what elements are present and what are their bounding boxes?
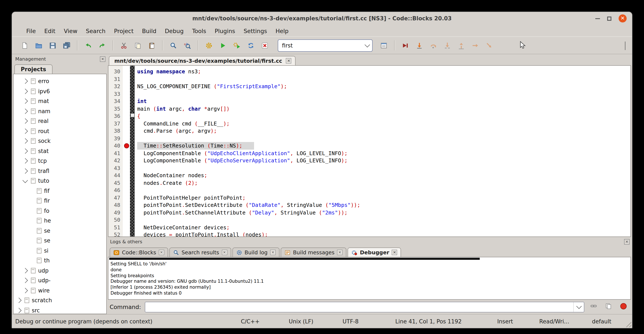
- tree-item-udp[interactable]: udp: [14, 265, 106, 275]
- fold-marker-icon[interactable]: [130, 113, 134, 117]
- marker-cell[interactable]: [123, 172, 130, 179]
- tree-item-fir[interactable]: fir: [14, 196, 106, 206]
- marker-column[interactable]: [123, 66, 130, 236]
- tree-item-trafl[interactable]: trafl: [14, 166, 106, 176]
- code-column[interactable]: using namespace ns3;NS_LOG_COMPONENT_DEF…: [135, 66, 630, 236]
- marker-cell[interactable]: [123, 90, 130, 98]
- menu-item-tools[interactable]: Tools: [188, 26, 210, 35]
- marker-cell[interactable]: [123, 75, 130, 83]
- marker-cell[interactable]: [123, 83, 130, 90]
- marker-cell[interactable]: [123, 201, 130, 209]
- build-and-run-button[interactable]: [231, 39, 243, 52]
- toolbar-overflow-button[interactable]: [625, 41, 625, 49]
- chevron-right-icon[interactable]: [22, 99, 28, 104]
- copy-button[interactable]: [132, 39, 144, 52]
- tab-projects[interactable]: Projects: [14, 65, 52, 74]
- tree-item-se[interactable]: se: [14, 236, 106, 246]
- chevron-right-icon[interactable]: [22, 158, 28, 164]
- close-icon[interactable]: ×: [222, 250, 227, 255]
- menu-item-help[interactable]: Help: [271, 26, 293, 35]
- tree-item-fif[interactable]: fif: [14, 186, 106, 196]
- tree-item-se[interactable]: se: [14, 226, 106, 236]
- menu-item-file[interactable]: File: [22, 26, 40, 35]
- marker-cell[interactable]: [123, 157, 130, 164]
- menu-item-search[interactable]: Search: [82, 26, 110, 35]
- step-into-button[interactable]: [441, 39, 454, 52]
- tree-item-scratch[interactable]: scratch: [14, 295, 106, 305]
- paste-button[interactable]: [146, 39, 158, 52]
- marker-cell[interactable]: [123, 112, 130, 120]
- close-icon[interactable]: ×: [624, 239, 630, 244]
- next-line-button[interactable]: [427, 39, 440, 52]
- command-dropdown[interactable]: [573, 302, 584, 312]
- chevron-right-icon[interactable]: [22, 89, 28, 94]
- tree-item-src[interactable]: src: [14, 305, 106, 314]
- project-tree[interactable]: erroipv6matnamrealroutsockstattcptrafltu…: [13, 74, 107, 314]
- menu-item-edit[interactable]: Edit: [40, 26, 60, 35]
- chevron-right-icon[interactable]: [16, 298, 22, 303]
- resize-grip[interactable]: [624, 320, 631, 327]
- step-out-button[interactable]: [455, 39, 468, 52]
- marker-cell[interactable]: [123, 105, 130, 112]
- close-icon[interactable]: ×: [100, 56, 106, 62]
- save-all-button[interactable]: [60, 39, 73, 52]
- redo-button[interactable]: [96, 39, 108, 52]
- tree-item-rout[interactable]: rout: [14, 126, 106, 136]
- close-icon[interactable]: ×: [337, 250, 342, 255]
- compile-current-file-button[interactable]: [378, 39, 390, 52]
- stop-button[interactable]: [618, 301, 629, 312]
- menu-item-build[interactable]: Build: [138, 26, 161, 35]
- command-input[interactable]: [145, 303, 573, 310]
- chevron-right-icon[interactable]: [22, 119, 28, 124]
- title-bar[interactable]: mnt/dev/tools/source/ns-3-dev/examples/t…: [12, 12, 632, 25]
- menu-item-settings[interactable]: Settings: [240, 26, 272, 35]
- find-button[interactable]: [167, 39, 180, 52]
- breakpoint-icon[interactable]: [124, 143, 129, 148]
- build-target-dropdown[interactable]: [362, 40, 372, 51]
- chevron-down-icon[interactable]: [22, 178, 28, 183]
- tree-item-nam[interactable]: nam: [14, 106, 106, 116]
- marker-cell[interactable]: [123, 142, 130, 149]
- minimize-button[interactable]: [595, 18, 600, 19]
- chevron-right-icon[interactable]: [22, 288, 28, 293]
- marker-cell[interactable]: [123, 216, 130, 224]
- logs-tab-build-messages[interactable]: Build messages×: [281, 247, 346, 257]
- chevron-right-icon[interactable]: [16, 308, 22, 313]
- tree-item-ipv6[interactable]: ipv6: [14, 86, 106, 96]
- marker-cell[interactable]: [123, 194, 130, 201]
- step-into-instruction-button[interactable]: [483, 39, 496, 52]
- marker-cell[interactable]: [123, 120, 130, 127]
- chevron-right-icon[interactable]: [22, 168, 28, 174]
- tree-item-real[interactable]: real: [14, 116, 106, 126]
- logs-tab-code-blocks[interactable]: Code::Blocks×: [110, 247, 168, 257]
- tree-item-tcp[interactable]: tcp: [14, 156, 106, 166]
- link-button[interactable]: [588, 301, 599, 312]
- build-button[interactable]: [203, 39, 215, 52]
- menu-item-view[interactable]: View: [60, 26, 82, 35]
- build-target-select[interactable]: first: [278, 39, 372, 52]
- open-file-button[interactable]: [32, 39, 45, 52]
- tree-item-wire[interactable]: wire: [14, 285, 106, 295]
- marker-cell[interactable]: [123, 186, 130, 194]
- marker-cell[interactable]: [123, 231, 130, 237]
- maximize-button[interactable]: [607, 16, 612, 21]
- replace-button[interactable]: ab: [181, 39, 194, 52]
- next-instruction-button[interactable]: [469, 39, 482, 52]
- chevron-right-icon[interactable]: [22, 138, 28, 144]
- menu-item-plugins[interactable]: Plugins: [210, 26, 240, 35]
- close-icon[interactable]: ×: [286, 58, 292, 64]
- tree-item-si[interactable]: si: [14, 246, 106, 256]
- abort-button[interactable]: [259, 39, 271, 52]
- tree-item-sock[interactable]: sock: [14, 136, 106, 146]
- tree-item-tuto[interactable]: tuto: [14, 176, 106, 186]
- debug-continue-button[interactable]: [399, 39, 412, 52]
- close-button[interactable]: ✕: [618, 15, 627, 23]
- tree-item-th[interactable]: th: [14, 256, 106, 265]
- log-scrollbar[interactable]: [109, 258, 480, 260]
- marker-cell[interactable]: [123, 135, 130, 142]
- tree-item-erro[interactable]: erro: [14, 76, 106, 86]
- marker-cell[interactable]: [123, 127, 130, 135]
- chevron-right-icon[interactable]: [22, 79, 28, 84]
- marker-cell[interactable]: [123, 224, 130, 231]
- marker-cell[interactable]: [123, 209, 130, 216]
